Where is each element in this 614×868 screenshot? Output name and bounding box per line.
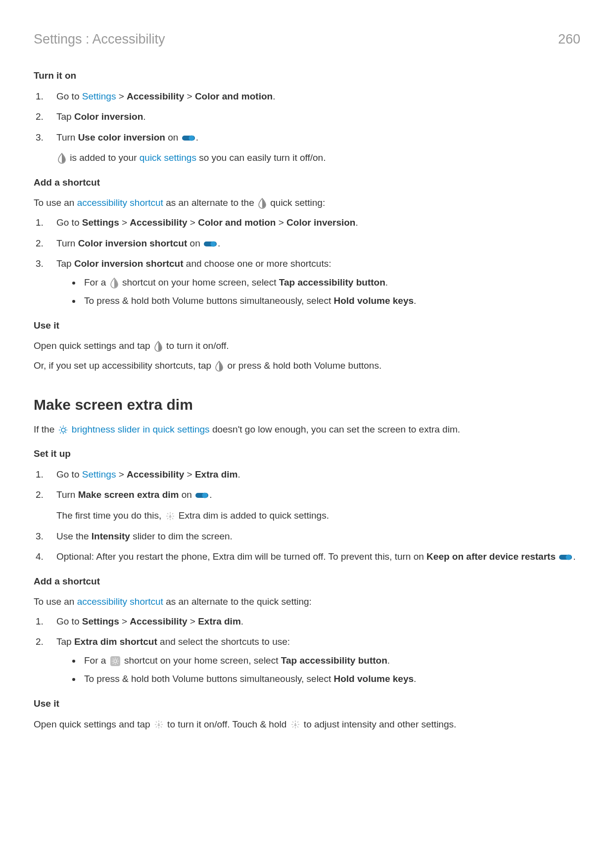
text: Go to — [56, 469, 82, 480]
color-inversion-icon — [110, 278, 119, 289]
step-note: is added to your quick settings so you c… — [56, 151, 580, 165]
extra-dim-icon — [165, 511, 175, 521]
heading-add-shortcut: Add a shortcut — [34, 176, 580, 190]
text: and choose one or more shortcuts: — [184, 258, 331, 269]
svg-line-12 — [65, 427, 66, 428]
text: on — [179, 489, 194, 500]
text: . — [414, 295, 416, 306]
svg-line-48 — [297, 726, 298, 727]
text-bold: Accessibility — [127, 469, 184, 480]
list-item: Turn Make screen extra dim on . The firs… — [34, 488, 580, 522]
text: > — [188, 616, 198, 627]
text: If the — [34, 424, 57, 434]
text-bold: Extra dim shortcut — [74, 636, 157, 647]
color-inversion-icon — [154, 341, 163, 352]
text: . — [387, 655, 390, 666]
text: Open quick settings and tap — [34, 719, 153, 729]
text-bold: Keep on after device restarts — [426, 551, 556, 562]
text: > — [119, 217, 130, 228]
text: . — [237, 469, 240, 480]
list-item: To press & hold both Volume buttons simu… — [81, 672, 580, 686]
text: > — [119, 616, 130, 627]
text: quick setting: — [268, 197, 325, 208]
text-bold: Accessibility — [130, 217, 187, 228]
svg-line-20 — [172, 518, 173, 519]
quick-settings-link[interactable]: quick settings — [140, 152, 196, 163]
text: To use an — [34, 596, 77, 607]
text-bold: Color inversion — [286, 217, 355, 228]
text: > — [184, 469, 195, 480]
text: on — [187, 238, 203, 248]
text: Tap — [56, 111, 74, 122]
list-item: Go to Settings > Accessibility > Extra d… — [34, 468, 580, 482]
text: shortcut on your home screen, select — [122, 655, 281, 666]
settings-link[interactable]: Settings — [82, 469, 116, 480]
text-bold: Settings — [82, 217, 119, 228]
text: Go to — [56, 91, 82, 101]
list-item: Optional: After you restart the phone, E… — [34, 550, 580, 564]
text: shortcut on your home screen, select — [120, 277, 279, 288]
text: Optional: After you restart the phone, E… — [56, 551, 426, 562]
list-item: Tap Color inversion. — [34, 110, 580, 124]
text: to adjust intensity and other settings. — [301, 719, 457, 729]
text: Or, if you set up accessibility shortcut… — [34, 360, 214, 371]
list-item: Go to Settings > Accessibility > Extra d… — [34, 615, 580, 628]
text: slider to dim the screen. — [130, 531, 233, 541]
settings-link[interactable]: Settings — [82, 91, 116, 101]
brightness-slider-link[interactable]: brightness slider in quick settings — [72, 424, 210, 434]
breadcrumb-title: Settings : Accessibility — [34, 30, 165, 49]
text: or press & hold both Volume buttons. — [225, 360, 381, 371]
brightness-icon — [58, 425, 68, 435]
paragraph: If the brightness slider in quick settin… — [34, 423, 580, 436]
list-item: Turn Color inversion shortcut on . — [34, 237, 580, 250]
shortcut-options-2: For a shortcut on your home screen, sele… — [56, 654, 580, 686]
text: Use the — [56, 531, 92, 541]
turn-it-on-steps: Go to Settings > Accessibility > Color a… — [34, 90, 580, 165]
text: Turn — [56, 489, 78, 500]
svg-line-50 — [297, 722, 298, 723]
accessibility-shortcut-link[interactable]: accessibility shortcut — [77, 596, 163, 607]
shortcut-options: For a shortcut on your home screen, sele… — [56, 276, 580, 308]
text: . — [573, 551, 575, 562]
page-number: 260 — [558, 30, 580, 49]
text: Go to — [56, 616, 82, 627]
svg-line-22 — [172, 513, 173, 514]
text-bold: Color inversion shortcut — [74, 258, 184, 269]
list-item: Tap Extra dim shortcut and select the sh… — [34, 635, 580, 686]
text: > — [188, 217, 198, 228]
heading-set-it-up: Set it up — [34, 447, 580, 461]
text: Open quick settings and tap — [34, 340, 153, 351]
svg-line-47 — [292, 722, 293, 723]
text-bold: Color and motion — [198, 217, 276, 228]
text: to turn it on/off. Touch & hold — [165, 719, 289, 729]
text: Extra dim is added to quick settings. — [176, 510, 329, 521]
text: > — [116, 469, 127, 480]
svg-line-42 — [161, 722, 162, 723]
text: to turn it on/off. — [164, 340, 229, 351]
accessibility-shortcut-link[interactable]: accessibility shortcut — [77, 197, 163, 208]
svg-point-4 — [61, 428, 65, 432]
heading-use-it: Use it — [34, 319, 580, 333]
text: Turn — [56, 132, 78, 143]
text-bold: Extra dim — [195, 469, 238, 480]
color-inversion-icon — [215, 361, 224, 372]
svg-point-14 — [202, 493, 208, 498]
list-item: To press & hold both Volume buttons simu… — [81, 294, 580, 308]
svg-line-21 — [167, 518, 168, 519]
text: To use an — [34, 197, 77, 208]
document-page: Settings : Accessibility 260 Turn it on … — [0, 0, 614, 767]
text-bold: Use color inversion — [78, 132, 165, 143]
svg-line-11 — [60, 432, 61, 433]
text: is added to your — [67, 152, 140, 163]
text-bold: Settings — [82, 616, 119, 627]
add-shortcut-steps: Go to Settings > Accessibility > Color a… — [34, 216, 580, 308]
color-inversion-icon — [258, 198, 267, 209]
text: To press & hold both Volume buttons simu… — [84, 295, 333, 306]
text: The first time you do this, — [56, 510, 164, 521]
list-item: Use the Intensity slider to dim the scre… — [34, 530, 580, 543]
text: > — [276, 217, 286, 228]
svg-line-40 — [161, 726, 162, 727]
text-bold: Color inversion shortcut — [78, 238, 188, 248]
text-bold: Hold volume keys — [333, 295, 414, 306]
text: . — [355, 217, 358, 228]
